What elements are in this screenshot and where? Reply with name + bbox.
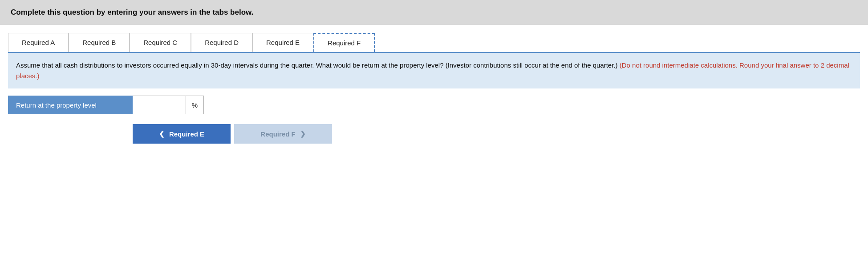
question-text-black: Assume that all cash distributions to in… xyxy=(16,61,618,69)
header-banner: Complete this question by entering your … xyxy=(0,0,868,25)
tab-required-e[interactable]: Required E xyxy=(252,33,313,52)
tab-required-c[interactable]: Required C xyxy=(130,33,191,52)
answer-label: Return at the property level xyxy=(8,96,133,114)
nav-buttons: Required E Required F xyxy=(8,124,860,144)
tab-required-d[interactable]: Required D xyxy=(191,33,252,52)
question-area: Assume that all cash distributions to in… xyxy=(8,53,860,88)
next-button[interactable]: Required F xyxy=(234,124,332,144)
answer-input[interactable] xyxy=(133,96,186,114)
chevron-left-icon xyxy=(159,130,165,138)
chevron-right-icon xyxy=(300,130,306,138)
prev-button-label: Required E xyxy=(169,130,204,138)
answer-unit: % xyxy=(186,96,204,114)
tab-required-b[interactable]: Required B xyxy=(69,33,130,52)
header-instruction: Complete this question by entering your … xyxy=(11,8,253,16)
tab-required-f[interactable]: Required F xyxy=(313,33,375,52)
prev-button[interactable]: Required E xyxy=(133,124,231,144)
answer-row: Return at the property level % xyxy=(8,96,860,114)
page-wrapper: Complete this question by entering your … xyxy=(0,0,868,265)
tabs-container: Required A Required B Required C Require… xyxy=(8,33,860,53)
next-button-label: Required F xyxy=(260,130,295,138)
tab-required-a[interactable]: Required A xyxy=(8,33,69,52)
